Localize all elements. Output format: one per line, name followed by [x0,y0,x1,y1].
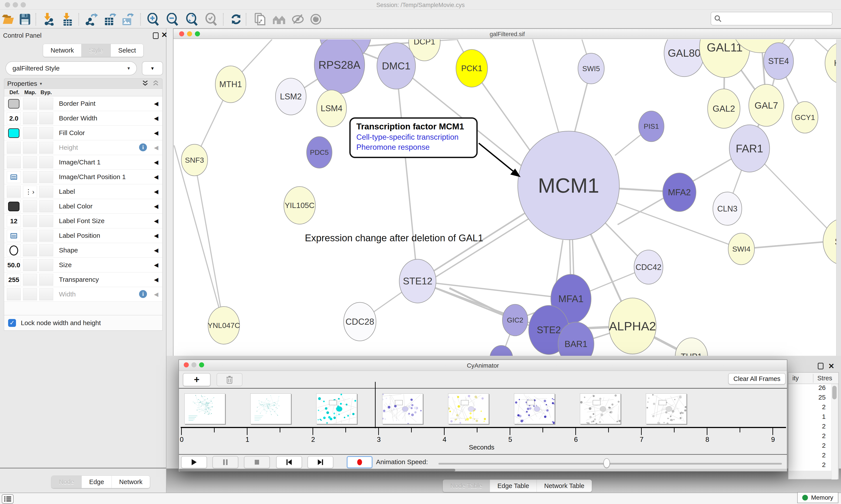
def-cell[interactable] [7,156,21,168]
style-selector[interactable]: galFiltered Style ▾ [5,61,137,75]
network-node[interactable]: MTH1 [215,66,246,103]
network-node[interactable]: TUP1 [675,338,708,356]
network-node[interactable]: CLN3 [713,192,742,225]
property-row[interactable]: 12Label Font Size◀ [4,214,162,228]
def-cell[interactable] [7,98,21,110]
table-cell-value[interactable]: 2 [788,451,831,461]
expand-row-icon[interactable]: ◀ [154,232,158,239]
close-panel-icon[interactable]: ✕ [161,32,167,38]
def-cell[interactable] [7,127,21,139]
tab-node-table[interactable]: Node Table [443,480,490,492]
byp-cell[interactable] [39,127,53,139]
map-cell[interactable] [23,142,37,154]
map-cell[interactable] [23,259,37,271]
map-cell[interactable] [23,230,37,242]
annotation-box[interactable]: Transcription factor MCM1 Cell-type-spec… [349,118,478,158]
play-button[interactable] [181,456,207,468]
style-options-button[interactable]: ▾ [142,61,163,75]
def-cell[interactable] [7,171,21,183]
skip-to-start-button[interactable] [276,456,302,468]
frame-thumbnail[interactable] [514,393,555,424]
network-node[interactable]: RPS28A [314,39,365,94]
expand-row-icon[interactable]: ◀ [154,218,158,224]
frame-thumbnail[interactable] [184,393,225,424]
scrollbar-thumb[interactable] [832,386,837,399]
byp-cell[interactable] [39,156,53,168]
expand-row-icon[interactable]: ◀ [154,174,158,180]
frame-thumbnail[interactable] [580,393,621,424]
def-cell[interactable] [7,200,21,212]
tab-select[interactable]: Select [111,44,143,57]
map-cell[interactable] [23,244,37,256]
zoom-fit-icon[interactable] [185,13,198,26]
export-network-icon[interactable] [85,13,98,26]
property-row[interactable]: Image/Chart 1◀ [4,155,162,170]
skip-to-end-button[interactable] [307,456,333,468]
byp-cell[interactable] [39,259,53,271]
frame-thumbnail[interactable] [646,393,686,424]
tab-network-table[interactable]: Network Table [537,480,592,492]
property-row[interactable]: Widthi◀ [4,287,162,302]
map-cell[interactable]: ⋮› [23,186,37,198]
close-panel-icon[interactable]: ✕ [828,363,835,370]
def-cell[interactable] [7,142,21,154]
map-cell[interactable] [23,112,37,124]
network-edge[interactable] [533,39,561,141]
network-node[interactable]: GIC2 [502,304,528,336]
stop-button[interactable] [244,456,270,468]
byp-cell[interactable] [39,230,53,242]
network-edge[interactable] [396,66,418,281]
export-table-icon[interactable] [103,13,117,26]
task-history-button[interactable] [2,494,14,504]
byp-cell[interactable] [39,200,53,212]
scrollbar-thumb[interactable] [179,469,455,471]
network-node[interactable]: STE4 [764,43,793,79]
expand-row-icon[interactable]: ◀ [154,100,158,107]
network-edge[interactable] [195,160,224,325]
frame-thumbnail[interactable] [382,393,423,424]
network-node[interactable]: PCK1 [456,50,487,87]
record-button[interactable] [347,456,373,468]
tab-network[interactable]: Network [43,44,82,57]
def-cell[interactable]: 255 [7,274,21,286]
float-panel-icon[interactable] [153,32,159,39]
network-node[interactable]: GAL80 [664,39,704,77]
byp-cell[interactable] [39,186,53,198]
property-row[interactable]: 255Transparency◀ [4,272,162,287]
tab-edge-table[interactable]: Edge Table [490,480,537,492]
property-row[interactable]: Fill Color◀ [4,126,162,140]
tab-edge[interactable]: Edge [82,476,112,488]
delete-frame-button[interactable] [217,373,243,386]
map-cell[interactable] [23,215,37,227]
expand-row-icon[interactable]: ◀ [154,159,158,166]
map-cell[interactable] [23,98,37,110]
network-node[interactable]: GAL2 [708,89,740,128]
network-canvas[interactable]: DCP1RPS28ADMC1PCK1SWI5GAL80GAL11STE4HAPM… [174,39,836,356]
byp-cell[interactable] [39,274,53,286]
playhead[interactable] [375,382,376,428]
def-cell[interactable] [7,230,21,242]
def-cell[interactable]: 2.0 [7,112,21,124]
network-window-titlebar[interactable]: galFiltered.sif [174,29,841,39]
map-cell[interactable] [23,274,37,286]
map-cell[interactable] [23,171,37,183]
network-node[interactable]: SWI4 [728,233,754,265]
frame-thumbnail[interactable] [448,393,489,424]
expand-row-icon[interactable]: ◀ [154,203,158,210]
network-node[interactable]: DMC1 [377,43,415,89]
hide-selected-icon[interactable] [291,13,304,26]
copy-view-icon[interactable] [254,13,267,26]
network-node[interactable]: SWI5 [578,53,604,84]
expand-row-icon[interactable]: ◀ [154,276,158,283]
byp-cell[interactable] [39,244,53,256]
byp-cell[interactable] [39,215,53,227]
network-node[interactable]: PIS1 [639,111,664,142]
table-cell-value[interactable]: 2 [788,461,831,471]
import-network-icon[interactable] [42,13,55,26]
frame-thumbnail[interactable] [250,393,291,424]
def-cell[interactable]: 12 [7,215,21,227]
animation-speed-thumb[interactable] [603,458,610,468]
network-node[interactable]: MCM1 [518,131,619,240]
save-session-icon[interactable] [18,13,32,26]
expand-row-icon[interactable]: ◀ [154,144,158,151]
